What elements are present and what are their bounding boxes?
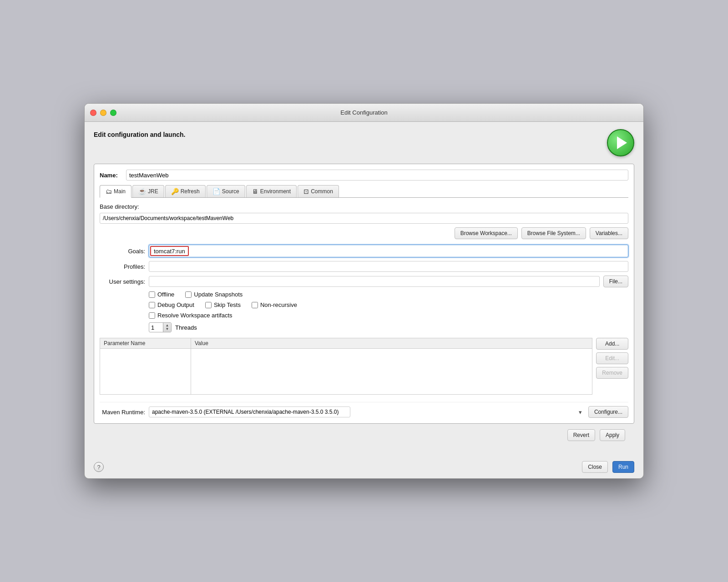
maximize-button[interactable] — [110, 110, 116, 116]
col-value: Value — [191, 338, 592, 348]
checkboxes-row3: Resolve Workspace artifacts — [149, 312, 628, 319]
debug-output-checkbox[interactable] — [149, 302, 155, 308]
table-cell-param — [100, 349, 191, 394]
update-snapshots-checkbox[interactable] — [185, 291, 192, 298]
parameter-table-section: Parameter Name Value Add... Edit... Remo… — [100, 338, 628, 398]
revert-button[interactable]: Revert — [567, 429, 595, 441]
threads-row: 1 ▲ ▼ Threads — [149, 322, 628, 332]
profiles-row: Profiles: — [100, 261, 628, 272]
checkboxes-row2: Debug Output Skip Tests Non-recursive — [149, 301, 628, 308]
edit-button[interactable]: Edit... — [596, 352, 628, 364]
refresh-tab-icon: 🔑 — [171, 188, 179, 195]
tabs-bar: 🗂 Main ☕ JRE 🔑 Refresh 📄 Source 🖥 — [100, 185, 628, 198]
goals-label: Goals: — [100, 248, 145, 255]
table-body — [100, 349, 592, 394]
name-input[interactable] — [126, 170, 628, 181]
environment-tab-icon: 🖥 — [252, 188, 258, 195]
spinner-down-icon[interactable]: ▼ — [166, 327, 169, 331]
non-recursive-checkbox[interactable] — [252, 302, 258, 308]
maven-runtime-select[interactable]: apache-maven-3.5.0 (EXTERNAL /Users/chen… — [149, 406, 350, 417]
non-recursive-label: Non-recursive — [260, 301, 297, 308]
update-snapshots-checkbox-item[interactable]: Update Snapshots — [185, 291, 243, 298]
window-title: Edit Configuration — [340, 109, 387, 116]
maven-runtime-label: Maven Runtime: — [100, 409, 145, 416]
source-tab-icon: 📄 — [212, 188, 220, 195]
debug-output-label: Debug Output — [157, 301, 194, 308]
resolve-workspace-checkbox-item[interactable]: Resolve Workspace artifacts — [149, 312, 233, 319]
offline-checkbox[interactable] — [149, 291, 155, 298]
tab-environment-label: Environment — [260, 188, 291, 195]
minimize-button[interactable] — [100, 110, 106, 116]
common-tab-icon: ⊡ — [303, 188, 309, 195]
top-section: Edit configuration and launch. — [94, 129, 634, 156]
resolve-workspace-label: Resolve Workspace artifacts — [157, 312, 233, 319]
tab-main-label: Main — [114, 188, 126, 195]
col-param-name: Parameter Name — [100, 338, 191, 348]
browse-workspace-button[interactable]: Browse Workspace... — [455, 227, 518, 239]
spinner-arrows[interactable]: ▲ ▼ — [163, 323, 171, 332]
page-heading: Edit configuration and launch. — [94, 131, 185, 138]
tab-refresh[interactable]: 🔑 Refresh — [165, 185, 206, 197]
checkboxes-row1: Offline Update Snapshots — [149, 291, 628, 298]
browse-row: Browse Workspace... Browse File System..… — [100, 227, 628, 239]
threads-value: 1 — [151, 324, 154, 331]
tab-jre-label: JRE — [148, 188, 158, 195]
content-area: Edit configuration and launch. Name: 🗂 M… — [85, 122, 643, 456]
bottom-bar: Revert Apply — [94, 424, 634, 447]
variables-button[interactable]: Variables... — [590, 227, 628, 239]
close-button[interactable]: Close — [582, 461, 608, 473]
footer-right: Close Run — [582, 461, 634, 473]
table-side-buttons: Add... Edit... Remove — [596, 338, 628, 379]
offline-label: Offline — [157, 291, 174, 298]
maven-select-wrapper: apache-maven-3.5.0 (EXTERNAL /Users/chen… — [149, 406, 585, 417]
add-button[interactable]: Add... — [596, 338, 628, 350]
skip-tests-checkbox[interactable] — [205, 302, 212, 308]
table-container: Parameter Name Value — [100, 338, 592, 395]
help-button[interactable]: ? — [94, 462, 104, 472]
maven-runtime-row: Maven Runtime: apache-maven-3.5.0 (EXTER… — [100, 402, 628, 418]
parameter-table: Parameter Name Value — [100, 338, 592, 398]
tab-refresh-label: Refresh — [181, 188, 200, 195]
table-header: Parameter Name Value — [100, 338, 592, 349]
main-window: Edit Configuration Edit configuration an… — [84, 103, 644, 479]
name-row: Name: — [100, 170, 628, 181]
jre-tab-icon: ☕ — [138, 188, 146, 195]
user-settings-row: User settings: File... — [100, 276, 628, 287]
tab-common[interactable]: ⊡ Common — [298, 185, 339, 197]
browse-filesystem-button[interactable]: Browse File System... — [521, 227, 586, 239]
tab-common-label: Common — [311, 188, 333, 195]
user-settings-label: User settings: — [100, 278, 145, 285]
file-button[interactable]: File... — [603, 276, 628, 287]
profiles-label: Profiles: — [100, 263, 145, 270]
tab-source-label: Source — [222, 188, 239, 195]
tab-source[interactable]: 📄 Source — [207, 185, 245, 197]
remove-button[interactable]: Remove — [596, 367, 628, 379]
non-recursive-checkbox-item[interactable]: Non-recursive — [252, 301, 297, 308]
goals-highlighted-value: tomcat7:run — [154, 248, 185, 255]
apply-button[interactable]: Apply — [600, 429, 625, 441]
resolve-workspace-checkbox[interactable] — [149, 312, 155, 319]
run-button[interactable]: Run — [612, 461, 634, 473]
footer-bar: ? Close Run — [85, 456, 643, 478]
titlebar: Edit Configuration — [85, 104, 643, 122]
tab-jre[interactable]: ☕ JRE — [132, 185, 164, 197]
configure-button[interactable]: Configure... — [588, 406, 628, 418]
main-tab-icon: 🗂 — [106, 188, 112, 195]
threads-spinner[interactable]: 1 ▲ ▼ — [149, 322, 172, 332]
base-dir-input[interactable] — [100, 213, 628, 224]
profiles-input[interactable] — [149, 261, 628, 272]
user-settings-input[interactable] — [149, 276, 600, 287]
traffic-lights — [90, 110, 116, 116]
name-label: Name: — [100, 172, 122, 179]
table-cell-value — [191, 349, 592, 394]
threads-label: Threads — [175, 324, 197, 331]
skip-tests-checkbox-item[interactable]: Skip Tests — [205, 301, 241, 308]
debug-output-checkbox-item[interactable]: Debug Output — [149, 301, 194, 308]
tab-main[interactable]: 🗂 Main — [100, 185, 131, 198]
close-button[interactable] — [90, 110, 96, 116]
tab-environment[interactable]: 🖥 Environment — [246, 185, 297, 197]
skip-tests-label: Skip Tests — [214, 301, 241, 308]
play-button[interactable] — [607, 129, 634, 156]
main-panel: Name: 🗂 Main ☕ JRE 🔑 Refresh 📄 — [94, 164, 634, 424]
offline-checkbox-item[interactable]: Offline — [149, 291, 174, 298]
